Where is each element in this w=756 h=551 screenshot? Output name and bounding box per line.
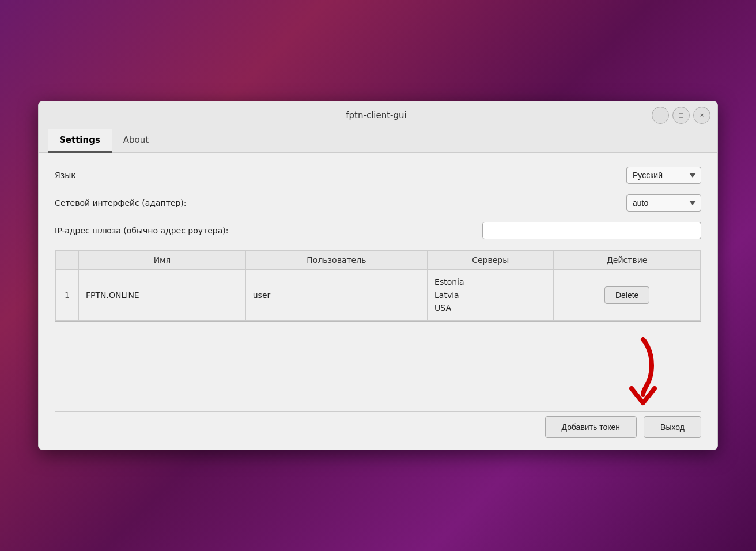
gateway-label: IP-адрес шлюза (обычно адрес роутера): [55, 226, 228, 235]
gateway-row: IP-адрес шлюза (обычно адрес роутера): a… [55, 222, 701, 239]
empty-area [55, 331, 701, 412]
row-action: Delete [554, 270, 701, 320]
titlebar-controls: − □ × [652, 107, 710, 124]
accounts-table: Имя Пользователь Серверы Действие 1 FPTN… [55, 250, 701, 320]
row-servers: EstoniaLatviaUSA [428, 270, 554, 320]
tab-settings[interactable]: Settings [48, 129, 112, 153]
minimize-button[interactable]: − [652, 107, 669, 124]
table-header-row: Имя Пользователь Серверы Действие [56, 251, 701, 270]
tab-about[interactable]: About [112, 129, 160, 153]
arrow-annotation [620, 337, 666, 408]
table-row: 1 FPTN.ONLINE user EstoniaLatviaUSA Dele… [56, 270, 701, 320]
network-select[interactable]: auto [626, 194, 701, 212]
language-row: Язык Русский English [55, 167, 701, 184]
window-title: fptn-client-gui [101, 110, 652, 120]
network-label: Сетевой интерфейс (адаптер): [55, 198, 187, 207]
col-name: Имя [79, 251, 246, 270]
main-window: fptn-client-gui − □ × Settings About Язы… [38, 101, 718, 450]
col-user: Пользователь [245, 251, 427, 270]
accounts-table-wrapper: Имя Пользователь Серверы Действие 1 FPTN… [55, 250, 701, 321]
red-arrow-icon [620, 337, 666, 406]
network-row: Сетевой интерфейс (адаптер): auto [55, 194, 701, 212]
col-action: Действие [554, 251, 701, 270]
tabs-bar: Settings About [39, 129, 717, 153]
row-name: FPTN.ONLINE [79, 270, 246, 320]
col-num [56, 251, 79, 270]
close-button[interactable]: × [693, 107, 710, 124]
gateway-input[interactable]: auto [482, 222, 701, 239]
maximize-button[interactable]: □ [672, 107, 690, 124]
settings-content: Язык Русский English Сетевой интерфейс (… [39, 153, 717, 449]
delete-button[interactable]: Delete [604, 286, 649, 304]
exit-button[interactable]: Выход [644, 416, 701, 438]
col-servers: Серверы [428, 251, 554, 270]
language-label: Язык [55, 171, 76, 180]
footer-buttons: Добавить токен Выход [55, 412, 701, 438]
add-token-button[interactable]: Добавить токен [545, 416, 637, 438]
language-select[interactable]: Русский English [626, 167, 701, 184]
row-user: user [245, 270, 427, 320]
row-num: 1 [56, 270, 79, 320]
titlebar: fptn-client-gui − □ × [39, 101, 717, 129]
